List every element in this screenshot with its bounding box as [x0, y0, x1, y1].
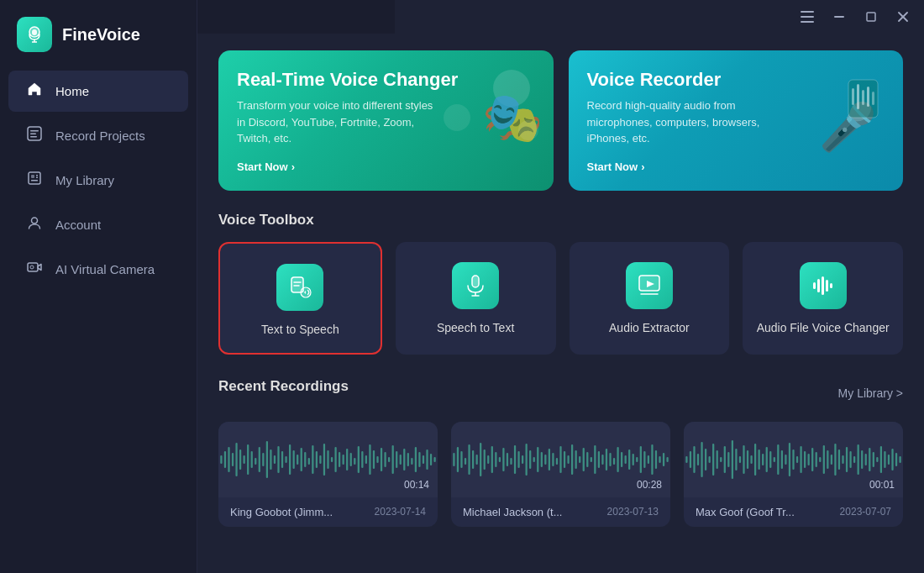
svg-rect-32 — [867, 87, 869, 107]
svg-rect-67 — [289, 444, 291, 475]
svg-rect-51 — [228, 447, 229, 472]
svg-rect-70 — [301, 448, 302, 471]
recording-waveform-3: 00:01 — [684, 422, 903, 497]
record-projects-icon — [25, 126, 44, 145]
close-button[interactable] — [895, 8, 911, 25]
svg-rect-56 — [247, 444, 249, 475]
svg-rect-62 — [270, 449, 271, 470]
sidebar-item-record-projects-label: Record Projects — [55, 129, 145, 143]
svg-rect-98 — [407, 453, 409, 466]
svg-rect-139 — [579, 456, 580, 463]
tool-text-to-speech[interactable]: Text to Speech — [218, 242, 382, 355]
my-library-link[interactable]: My Library > — [838, 386, 903, 400]
svg-rect-16 — [801, 11, 814, 13]
svg-rect-152 — [628, 449, 630, 470]
svg-rect-48 — [830, 283, 832, 288]
tool-speech-to-text[interactable]: Speech to Text — [396, 242, 556, 355]
logo-icon — [17, 17, 52, 52]
audio-voice-changer-label: Audio File Voice Changer — [757, 321, 890, 334]
svg-rect-45 — [817, 279, 820, 292]
banner-recorder-desc: Record high-quality audio from microphon… — [587, 97, 789, 147]
svg-rect-177 — [739, 456, 741, 463]
svg-rect-178 — [743, 445, 744, 474]
svg-rect-9 — [31, 175, 34, 178]
svg-rect-116 — [491, 446, 493, 473]
sidebar-item-record-projects[interactable]: Record Projects — [8, 115, 188, 156]
svg-rect-193 — [800, 446, 801, 473]
account-icon — [25, 215, 44, 234]
svg-rect-131 — [549, 449, 550, 470]
tool-audio-extractor[interactable]: Audio Extractor — [570, 242, 730, 355]
svg-rect-147 — [609, 453, 611, 466]
svg-rect-204 — [842, 455, 843, 464]
svg-rect-136 — [567, 455, 569, 464]
minimize-button[interactable] — [831, 8, 848, 25]
svg-rect-72 — [308, 458, 310, 465]
svg-rect-78 — [331, 457, 333, 462]
recording-waveform-1: 00:14 — [218, 422, 438, 497]
text-to-speech-label: Text to Speech — [261, 323, 339, 336]
sidebar-item-my-library[interactable]: My Library — [8, 160, 188, 201]
sidebar-item-home-label: Home — [55, 84, 89, 98]
menu-button[interactable] — [799, 8, 816, 25]
svg-rect-17 — [801, 16, 814, 18]
svg-rect-49 — [220, 455, 222, 464]
audio-extractor-icon — [626, 262, 673, 309]
svg-rect-71 — [304, 452, 306, 467]
svg-rect-117 — [495, 452, 496, 467]
svg-rect-112 — [476, 455, 478, 465]
svg-rect-12 — [36, 177, 38, 179]
svg-rect-173 — [724, 446, 726, 473]
svg-rect-107 — [457, 447, 459, 472]
svg-rect-87 — [365, 455, 367, 464]
sidebar-item-account[interactable]: Account — [8, 204, 188, 245]
svg-rect-144 — [598, 451, 600, 468]
svg-rect-126 — [529, 450, 531, 469]
recording-waveform-2: 00:28 — [451, 422, 670, 497]
banner-realtime-link[interactable]: Start Now › — [237, 160, 295, 173]
svg-rect-189 — [785, 455, 786, 465]
audio-extractor-label: Audio Extractor — [609, 321, 690, 334]
maximize-button[interactable] — [863, 8, 879, 25]
svg-rect-119 — [502, 448, 504, 471]
svg-rect-121 — [510, 458, 512, 465]
sidebar: FineVoice Home Record Projects — [0, 0, 197, 573]
svg-rect-165 — [693, 446, 695, 473]
svg-rect-135 — [564, 451, 565, 468]
svg-rect-207 — [853, 456, 855, 463]
svg-rect-182 — [759, 449, 760, 470]
svg-point-13 — [32, 218, 38, 223]
svg-rect-110 — [468, 444, 470, 475]
svg-rect-170 — [712, 444, 714, 476]
svg-rect-128 — [537, 447, 538, 472]
svg-rect-120 — [507, 453, 508, 466]
recording-date-3: 2023-07-07 — [840, 506, 891, 518]
svg-rect-106 — [453, 453, 454, 466]
svg-rect-149 — [617, 447, 618, 472]
svg-rect-114 — [484, 449, 486, 470]
sidebar-item-home[interactable]: Home — [8, 71, 188, 112]
sidebar-item-ai-camera[interactable]: AI Virtual Camera — [8, 249, 188, 290]
svg-rect-169 — [709, 456, 711, 463]
tool-audio-voice-changer[interactable]: Audio File Voice Changer — [743, 242, 903, 355]
svg-rect-190 — [789, 443, 790, 476]
voice-recorder-banner[interactable]: Voice Recorder Record high-quality audio… — [569, 50, 904, 191]
recording-card-3[interactable]: 00:01 Max Goof (Goof Tr... 2023-07-07 — [684, 422, 903, 527]
svg-rect-60 — [262, 453, 264, 466]
svg-rect-167 — [701, 442, 702, 477]
svg-rect-130 — [544, 455, 546, 465]
svg-rect-168 — [705, 449, 706, 470]
svg-rect-55 — [244, 455, 245, 464]
recordings-grid: 00:14 King Goobot (Jimm... 2023-07-14 — [218, 422, 903, 527]
recording-card-2[interactable]: 00:28 Michael Jackson (t... 2023-07-13 — [451, 422, 670, 527]
banner-recorder-link[interactable]: Start Now › — [587, 160, 645, 173]
svg-rect-175 — [732, 440, 733, 479]
recent-recordings-header: Recent Recordings My Library > — [218, 378, 903, 408]
svg-rect-132 — [552, 453, 554, 466]
svg-rect-192 — [796, 456, 798, 463]
svg-rect-75 — [319, 455, 321, 464]
recording-duration-1: 00:14 — [404, 479, 429, 491]
realtime-voice-changer-banner[interactable]: Real-Time Voice Changer Transform your v… — [218, 50, 554, 191]
recording-card-1[interactable]: 00:14 King Goobot (Jimm... 2023-07-14 — [218, 422, 438, 527]
svg-rect-63 — [274, 455, 276, 464]
